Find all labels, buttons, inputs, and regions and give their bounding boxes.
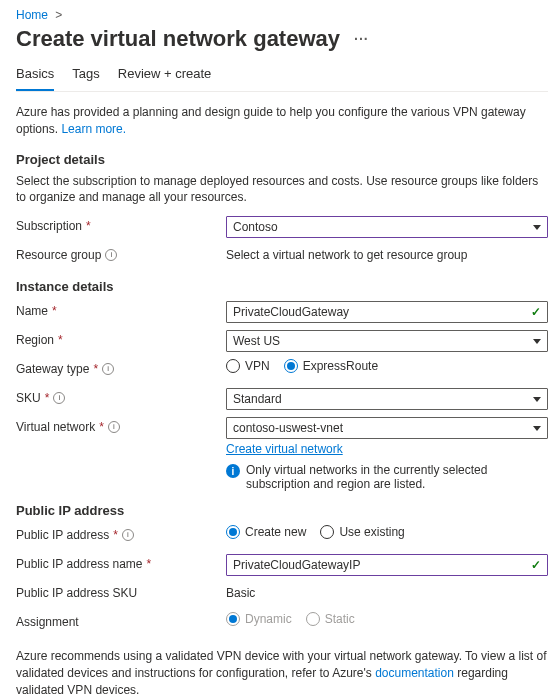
info-icon[interactable]: i: [53, 392, 65, 404]
vnet-select[interactable]: contoso-uswest-vnet: [226, 417, 548, 439]
gateway-type-label: Gateway type: [16, 362, 89, 376]
checkmark-icon: ✓: [531, 558, 541, 572]
footer-note: Azure recommends using a validated VPN d…: [16, 648, 548, 697]
info-icon: i: [226, 464, 240, 478]
sku-select[interactable]: Standard: [226, 388, 548, 410]
info-icon[interactable]: i: [105, 249, 117, 261]
page-title: Create virtual network gateway ···: [16, 26, 548, 52]
name-input[interactable]: PrivateCloudGateway ✓: [226, 301, 548, 323]
pip-name-label: Public IP address name: [16, 557, 143, 571]
project-details-desc: Select the subscription to manage deploy…: [16, 173, 548, 207]
instance-details-heading: Instance details: [16, 279, 548, 294]
resource-group-label: Resource group: [16, 248, 101, 262]
radio-create-new[interactable]: Create new: [226, 525, 306, 539]
chevron-down-icon: [533, 339, 541, 344]
region-select[interactable]: West US: [226, 330, 548, 352]
checkmark-icon: ✓: [531, 305, 541, 319]
pip-name-input[interactable]: PrivateCloudGatewayIP ✓: [226, 554, 548, 576]
intro-text: Azure has provided a planning and design…: [16, 104, 548, 138]
tab-bar: Basics Tags Review + create: [16, 60, 548, 92]
learn-more-link[interactable]: Learn more.: [61, 122, 126, 136]
tab-tags[interactable]: Tags: [72, 60, 99, 91]
breadcrumb-home[interactable]: Home: [16, 8, 48, 22]
documentation-link[interactable]: documentation: [375, 666, 454, 680]
name-label: Name: [16, 304, 48, 318]
chevron-down-icon: [533, 397, 541, 402]
radio-use-existing[interactable]: Use existing: [320, 525, 404, 539]
radio-dynamic: Dynamic: [226, 612, 292, 626]
info-icon[interactable]: i: [102, 363, 114, 375]
chevron-down-icon: [533, 426, 541, 431]
tab-review[interactable]: Review + create: [118, 60, 212, 91]
pip-label: Public IP address: [16, 528, 109, 542]
subscription-label: Subscription: [16, 219, 82, 233]
pip-sku-value: Basic: [226, 583, 548, 600]
vnet-label: Virtual network: [16, 420, 95, 434]
pip-heading: Public IP address: [16, 503, 548, 518]
sku-label: SKU: [16, 391, 41, 405]
radio-vpn[interactable]: VPN: [226, 359, 270, 373]
chevron-down-icon: [533, 225, 541, 230]
chevron-right-icon: >: [55, 8, 62, 22]
more-icon[interactable]: ···: [354, 31, 369, 47]
project-details-heading: Project details: [16, 152, 548, 167]
info-icon[interactable]: i: [108, 421, 120, 433]
radio-expressroute[interactable]: ExpressRoute: [284, 359, 378, 373]
radio-static: Static: [306, 612, 355, 626]
info-icon[interactable]: i: [122, 529, 134, 541]
create-vnet-link[interactable]: Create virtual network: [226, 442, 343, 456]
pip-sku-label: Public IP address SKU: [16, 586, 137, 600]
vnet-note: Only virtual networks in the currently s…: [246, 463, 548, 491]
subscription-select[interactable]: Contoso: [226, 216, 548, 238]
resource-group-value: Select a virtual network to get resource…: [226, 245, 548, 262]
assignment-label: Assignment: [16, 615, 79, 629]
tab-basics[interactable]: Basics: [16, 60, 54, 91]
region-label: Region: [16, 333, 54, 347]
